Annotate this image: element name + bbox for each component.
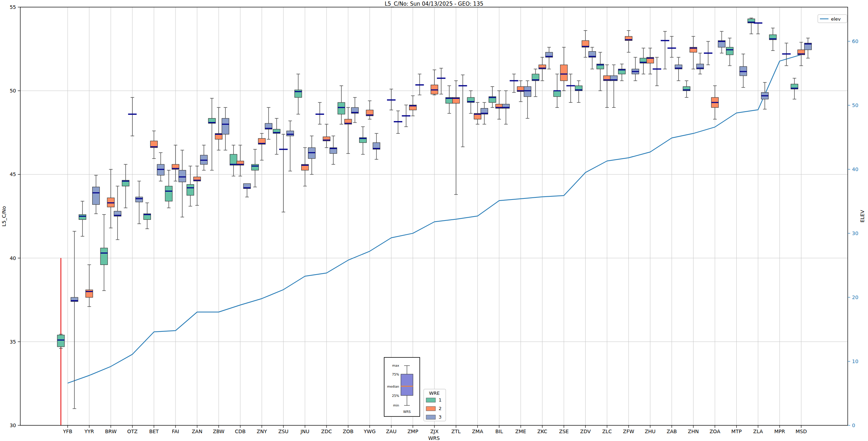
wre-legend-swatch-1 (426, 398, 435, 402)
x-tick-label: ZOB (343, 429, 354, 434)
box-body (524, 86, 531, 96)
box-ZLC-s2 (603, 65, 611, 107)
box-ZLC-s3 (610, 65, 617, 107)
x-tick-label: ZMP (408, 429, 418, 434)
box-ZME-s2 (517, 81, 524, 102)
x-tick-label: ZDC (321, 429, 332, 434)
box-JNU-s2 (302, 148, 309, 186)
box-BRW-s2 (107, 169, 114, 228)
box-ZDC-s3 (330, 136, 337, 164)
box-ZHU-s2 (647, 48, 654, 74)
box-ZAN-s1 (187, 166, 194, 206)
box-ZOA-s3 (718, 31, 725, 53)
box-body (79, 214, 86, 219)
box-ZFW-s1 (618, 64, 626, 81)
inset-label-min: min (393, 404, 399, 407)
boxplot-chart: 3035404550550102030405060YFBYYRBRWOTZBET… (0, 0, 868, 441)
box-body (560, 65, 568, 81)
box-ZLA-s3 (761, 83, 768, 109)
x-tick-label: ZFW (623, 429, 634, 434)
box-ZAB-s2 (668, 36, 676, 57)
y-tick-label: 45 (10, 171, 16, 177)
x-tick-label: ZOA (710, 429, 720, 434)
x-tick-label: OTZ (127, 429, 137, 434)
inset-xlabel: WRS (403, 410, 411, 414)
box-body (165, 186, 172, 201)
x-tick-label: ZLC (602, 429, 612, 434)
box-ZKC-s1 (532, 69, 539, 97)
box-ZLA-s2 (754, 23, 762, 34)
wre-legend-swatch-3 (426, 415, 435, 419)
x-tick-label: MPR (774, 429, 785, 434)
x-tick-label: JNU (300, 429, 309, 434)
box-OTZ-s3 (136, 181, 143, 224)
box-ZBW-s3 (222, 107, 229, 150)
x-tick-label: ZSU (278, 429, 289, 434)
box-ZKC-s3 (545, 47, 553, 69)
box-ZTL-s2 (453, 81, 460, 195)
x-tick-label: ZTL (451, 429, 461, 434)
x-tick-label: ZAU (386, 429, 396, 434)
box-ZBW-s2 (215, 107, 222, 150)
box-ZMA-s1 (467, 91, 474, 113)
x-tick-label: BIL (495, 429, 503, 434)
box-MPR-s1 (769, 28, 777, 51)
y-tick-label: 55 (10, 4, 16, 10)
box-body (554, 91, 561, 96)
y-axis-title: L5_C/No (1, 206, 7, 226)
inset-label-max: max (392, 364, 399, 367)
x-tick-label: ZLA (753, 429, 763, 434)
box-body (230, 154, 237, 165)
box-ZME-s3 (524, 81, 531, 118)
x-tick-label: ZNY (257, 429, 267, 434)
box-ZDV-s2 (582, 31, 589, 57)
box-BET-s2 (150, 131, 157, 159)
x-tick-label: ZHN (688, 429, 699, 434)
inset-label-25: 25% (392, 394, 399, 398)
elev-legend-label: elev (831, 16, 841, 22)
y2-tick-label: 0 (852, 423, 855, 428)
box-body (222, 118, 229, 134)
box-OTZ-s1 (122, 164, 129, 208)
x-tick-label: ZDV (580, 429, 591, 434)
box-CDB-s3 (244, 184, 251, 197)
x-tick-label: MSD (796, 429, 807, 434)
x-tick-label: YYR (84, 429, 94, 434)
y-tick-label: 50 (10, 88, 16, 94)
chart-title: L5_C/No: Sun 04/13/2025 - GEO: 135 (385, 1, 483, 7)
box-body (86, 290, 93, 297)
box-BIL-s3 (502, 91, 509, 124)
box-ZLA-s1 (748, 18, 755, 34)
x-tick-label: YFB (63, 429, 72, 434)
box-ZAB-s1 (661, 31, 669, 69)
x-tick-label: ZBW (213, 429, 225, 434)
box-JNU-s3 (308, 136, 315, 174)
x-tick-label: ZSE (559, 429, 569, 434)
x-tick-label: ZKC (537, 429, 547, 434)
box-ZNY-s1 (251, 149, 258, 187)
box-body (726, 47, 733, 55)
box-ZMA-s2 (474, 102, 481, 124)
box-YFB-s1 (57, 334, 64, 349)
box-ZOB-s3 (351, 97, 359, 123)
x-tick-label: ZAN (192, 429, 203, 434)
box-body (287, 131, 294, 136)
box-ZTL-s3 (459, 75, 467, 147)
y2-tick-label: 20 (852, 294, 858, 300)
box-ZDV-s1 (575, 81, 582, 102)
x-tick-label: CDB (235, 429, 246, 434)
box-ZDC-s1 (315, 102, 324, 124)
box-ZTL-s1 (446, 86, 453, 113)
box-ZAB-s3 (675, 57, 682, 81)
inset-label-75: 75% (392, 373, 399, 376)
box-body (338, 102, 345, 114)
box-FAI-s3 (179, 150, 186, 217)
box-ZNY-s2 (258, 133, 265, 160)
box-YYR-s1 (79, 201, 86, 237)
box-YYR-s3 (93, 175, 100, 214)
box-ZHU-s1 (640, 48, 647, 74)
box-body (295, 90, 302, 97)
box-ZFW-s2 (625, 31, 632, 52)
box-ZFW-s3 (632, 57, 639, 81)
box-BIL-s1 (489, 86, 496, 107)
